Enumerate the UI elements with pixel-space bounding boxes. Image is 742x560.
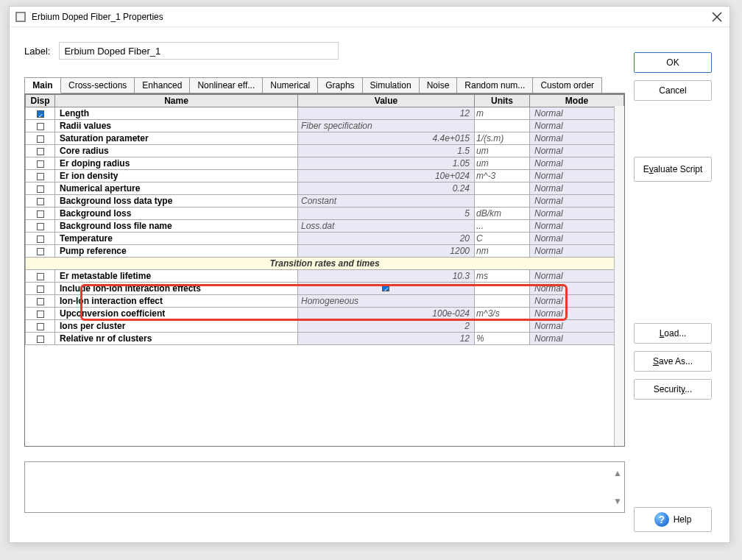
table-row[interactable]: Length12mNormal (26, 107, 624, 120)
prop-value[interactable]: 20 (298, 233, 475, 245)
table-row[interactable]: Er doping radius1.05umNormal (26, 157, 624, 170)
disp-checkbox[interactable] (26, 182, 55, 195)
prop-mode[interactable]: Normal (530, 283, 624, 295)
table-row[interactable]: Er metastable lifetime10.3msNormal (26, 270, 624, 283)
tab-random-num[interactable]: Random num... (456, 77, 533, 93)
tab-custom-order[interactable]: Custom order (532, 77, 602, 93)
load-button[interactable]: Load... (634, 323, 712, 344)
disp-checkbox[interactable] (26, 132, 55, 145)
prop-mode[interactable]: Normal (530, 295, 624, 308)
prop-value[interactable]: 1.05 (298, 157, 475, 170)
prop-mode[interactable]: Normal (530, 132, 624, 145)
prop-mode[interactable]: Normal (530, 145, 624, 157)
disp-checkbox[interactable] (26, 333, 55, 345)
prop-value[interactable]: Fiber specification (298, 120, 475, 132)
prop-value[interactable]: 10.3 (298, 270, 475, 283)
disp-checkbox[interactable] (26, 295, 55, 308)
tab-noise[interactable]: Noise (419, 77, 458, 93)
table-row[interactable]: Background loss file nameLoss.dat...Norm… (26, 220, 624, 233)
prop-value[interactable] (298, 283, 475, 295)
table-row[interactable]: Ion-Ion interaction effectHomogeneousNor… (26, 295, 624, 308)
prop-mode[interactable]: Normal (530, 320, 624, 333)
disp-checkbox[interactable] (26, 145, 55, 157)
prop-value[interactable]: 1200 (298, 245, 475, 258)
prop-value[interactable]: 10e+024 (298, 170, 475, 182)
prop-mode[interactable]: Normal (530, 120, 624, 132)
table-row[interactable]: Core radius1.5umNormal (26, 145, 624, 157)
tab-numerical[interactable]: Numerical (262, 77, 318, 93)
disp-checkbox[interactable] (26, 270, 55, 283)
prop-mode[interactable]: Normal (530, 245, 624, 258)
tab-enhanced[interactable]: Enhanced (134, 77, 190, 93)
table-row[interactable]: Background loss data typeConstantNormal (26, 195, 624, 208)
checkbox-icon[interactable] (382, 284, 389, 291)
table-row[interactable]: Upconversion coefficient100e-024m^3/sNor… (26, 308, 624, 320)
tab-main[interactable]: Main (24, 77, 61, 93)
prop-value[interactable]: 2 (298, 320, 475, 333)
table-row[interactable]: Pump reference1200nmNormal (26, 245, 624, 258)
table-row[interactable]: Er ion density10e+024m^-3Normal (26, 170, 624, 182)
tab-cross-sections[interactable]: Cross-sections (60, 77, 135, 93)
disp-checkbox[interactable] (26, 170, 55, 182)
prop-value[interactable]: 4.4e+015 (298, 132, 475, 145)
table-row[interactable]: Background loss5dB/kmNormal (26, 208, 624, 220)
prop-value[interactable]: 1.5 (298, 145, 475, 157)
col-header-mode[interactable]: Mode (530, 95, 624, 107)
table-row[interactable]: Radii valuesFiber specificationNormal (26, 120, 624, 132)
disp-checkbox[interactable] (26, 195, 55, 208)
help-button[interactable]: ? Help (634, 507, 712, 532)
prop-mode[interactable]: Normal (530, 333, 624, 345)
prop-mode[interactable]: Normal (530, 157, 624, 170)
tab-simulation[interactable]: Simulation (362, 77, 420, 93)
prop-value[interactable]: 12 (298, 333, 475, 345)
prop-mode[interactable]: Normal (530, 170, 624, 182)
col-header-disp[interactable]: Disp (26, 95, 55, 107)
disp-checkbox[interactable] (26, 308, 55, 320)
prop-mode[interactable]: Normal (530, 182, 624, 195)
table-row[interactable]: Saturation parameter4.4e+0151/(s.m)Norma… (26, 132, 624, 145)
table-row[interactable]: Relative nr of clusters12%Normal (26, 333, 624, 345)
evaluate-script-button[interactable]: Evaluate Script (634, 157, 712, 182)
prop-mode[interactable]: Normal (530, 107, 624, 120)
prop-value[interactable]: 5 (298, 208, 475, 220)
col-header-name[interactable]: Name (55, 95, 298, 107)
prop-mode[interactable]: Normal (530, 270, 624, 283)
prop-mode[interactable]: Normal (530, 220, 624, 233)
tab-graphs[interactable]: Graphs (317, 77, 362, 93)
prop-mode[interactable]: Normal (530, 195, 624, 208)
col-header-value[interactable]: Value (298, 95, 475, 107)
prop-value[interactable]: Constant (298, 195, 475, 208)
table-row[interactable]: Temperature20CNormal (26, 233, 624, 245)
disp-checkbox[interactable] (26, 120, 55, 132)
table-scrollbar[interactable] (614, 106, 624, 446)
prop-value[interactable]: 0.24 (298, 182, 475, 195)
lower-scroll[interactable]: ▲ ▼ (612, 467, 623, 508)
disp-checkbox[interactable] (26, 320, 55, 333)
disp-checkbox[interactable] (26, 245, 55, 258)
label-input[interactable] (59, 42, 339, 60)
prop-mode[interactable]: Normal (530, 233, 624, 245)
col-header-units[interactable]: Units (475, 95, 530, 107)
prop-value[interactable]: 100e-024 (298, 308, 475, 320)
close-icon[interactable] (710, 10, 724, 24)
tab-nonlinear-eff[interactable]: Nonlinear eff... (189, 77, 263, 93)
save-as-button[interactable]: Save As... (634, 351, 712, 372)
security-button[interactable]: Security... (634, 379, 712, 400)
ok-button[interactable]: OK (634, 52, 712, 73)
disp-checkbox[interactable] (26, 107, 55, 120)
disp-checkbox[interactable] (26, 220, 55, 233)
cancel-button[interactable]: Cancel (634, 80, 712, 101)
table-row[interactable]: Ions per cluster2Normal (26, 320, 624, 333)
prop-value[interactable]: 12 (298, 107, 475, 120)
lower-text-area[interactable]: ▲ ▼ (24, 461, 625, 513)
disp-checkbox[interactable] (26, 233, 55, 245)
disp-checkbox[interactable] (26, 157, 55, 170)
table-row[interactable]: Include ion-ion interaction effectsNorma… (26, 283, 624, 295)
disp-checkbox[interactable] (26, 283, 55, 295)
disp-checkbox[interactable] (26, 208, 55, 220)
prop-value[interactable]: Loss.dat (298, 220, 475, 233)
table-row[interactable]: Numerical aperture0.24Normal (26, 182, 624, 195)
prop-mode[interactable]: Normal (530, 208, 624, 220)
prop-mode[interactable]: Normal (530, 308, 624, 320)
prop-value[interactable]: Homogeneous (298, 295, 475, 308)
